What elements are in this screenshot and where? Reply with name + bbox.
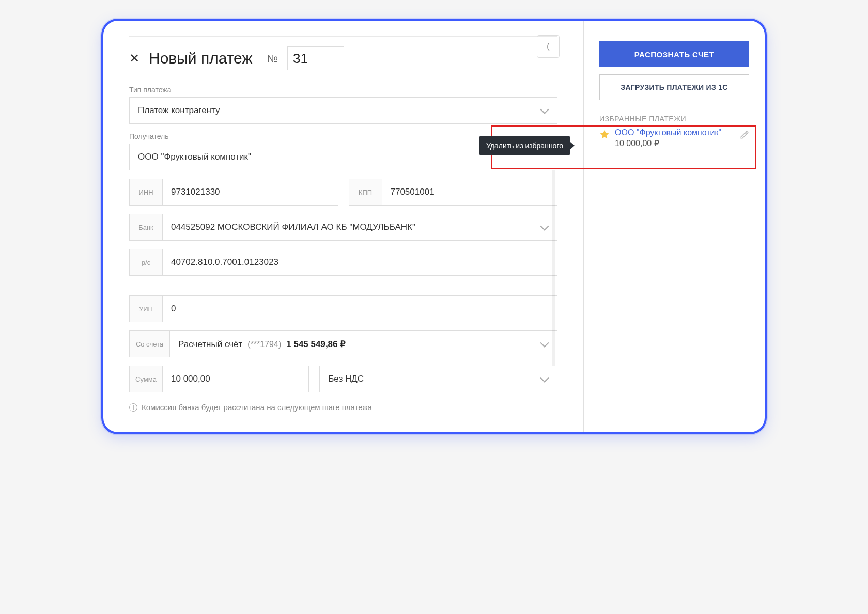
pencil-icon[interactable] — [740, 130, 749, 139]
star-icon[interactable] — [599, 129, 610, 139]
rs-prefix: р/с — [130, 249, 163, 275]
bank-field[interactable]: Банк 044525092 МОСКОВСКИЙ ФИЛИАЛ АО КБ "… — [129, 214, 557, 241]
inn-kpp-row: ИНН КПП — [129, 179, 557, 206]
payment-type-label: Тип платежа — [129, 86, 557, 94]
amount-field[interactable]: Сумма — [129, 366, 309, 392]
account-mask: (***1794) — [247, 340, 281, 349]
uip-field[interactable]: УИП — [129, 295, 557, 322]
main-panel: ( ✕ Новый платеж № Тип платежа Платеж ко… — [103, 21, 584, 432]
page-title: Новый платеж — [149, 50, 253, 67]
commission-text: Комиссия банка будет рассчитана на следу… — [142, 403, 372, 412]
amount-vat-row: Сумма Без НДС — [129, 366, 557, 392]
uip-prefix: УИП — [130, 296, 163, 322]
from-account-prefix: Со счета — [130, 331, 170, 357]
payment-type-group: Тип платежа Платеж контрагенту — [129, 86, 557, 124]
inn-field[interactable]: ИНН — [129, 179, 338, 206]
amount-prefix: Сумма — [130, 366, 163, 392]
sidebar: РАСПОЗНАТЬ СЧЕТ ЗАГРУЗИТЬ ПЛАТЕЖИ ИЗ 1С … — [584, 21, 765, 432]
favorite-payment-item[interactable]: ООО "Фруктовый компотик" 10 000,00 ₽ — [599, 128, 749, 148]
payment-type-value: Платеж контрагенту — [138, 105, 220, 116]
from-account-select[interactable]: Расчетный счёт (***1794) 1 545 549,86 ₽ — [170, 331, 557, 357]
vat-value: Без НДС — [328, 374, 364, 384]
favorite-amount: 10 000,00 ₽ — [615, 138, 735, 148]
inn-input[interactable] — [163, 179, 338, 205]
recognize-invoice-button[interactable]: РАСПОЗНАТЬ СЧЕТ — [599, 41, 749, 67]
payment-number-input[interactable] — [287, 46, 344, 70]
inn-prefix: ИНН — [130, 179, 163, 205]
kpp-prefix: КПП — [349, 179, 382, 205]
account-name: Расчетный счёт — [178, 339, 242, 350]
kpp-field[interactable]: КПП — [349, 179, 558, 206]
payment-card: ( ✕ Новый платеж № Тип платежа Платеж ко… — [103, 21, 765, 432]
amount-input[interactable] — [163, 366, 308, 392]
recipient-value: ООО "Фруктовый компотик" — [138, 152, 251, 162]
favorite-name: ООО "Фруктовый компотик" — [615, 128, 735, 137]
load-from-1c-button[interactable]: ЗАГРУЗИТЬ ПЛАТЕЖИ ИЗ 1С — [599, 74, 749, 100]
header-row: ✕ Новый платеж № — [129, 46, 557, 70]
uip-input[interactable] — [163, 296, 557, 322]
remove-favorite-tooltip: Удалить из избранного — [479, 136, 570, 155]
number-label: № — [267, 53, 278, 65]
vat-select[interactable]: Без НДС — [319, 366, 557, 392]
commission-info: i Комиссия банка будет рассчитана на сле… — [129, 403, 557, 412]
account-balance: 1 545 549,86 ₽ — [286, 339, 346, 350]
from-account-field[interactable]: Со счета Расчетный счёт (***1794) 1 545 … — [129, 330, 557, 357]
kpp-input[interactable] — [382, 179, 557, 205]
rs-field[interactable]: р/с — [129, 249, 557, 276]
header-status-box: ( — [537, 35, 560, 58]
from-account-value: Расчетный счёт (***1794) 1 545 549,86 ₽ — [178, 339, 346, 350]
payment-form: Тип платежа Платеж контрагенту Получател… — [129, 86, 557, 412]
rs-input[interactable] — [163, 249, 557, 275]
bank-prefix: Банк — [130, 214, 163, 240]
favorites-heading: ИЗБРАННЫЕ ПЛАТЕЖИ — [599, 115, 749, 123]
spacer — [129, 284, 557, 287]
bank-select[interactable]: 044525092 МОСКОВСКИЙ ФИЛИАЛ АО КБ "МОДУЛ… — [163, 214, 557, 240]
info-icon: i — [129, 403, 137, 412]
bank-value: 044525092 МОСКОВСКИЙ ФИЛИАЛ АО КБ "МОДУЛ… — [171, 222, 415, 232]
close-icon[interactable]: ✕ — [129, 51, 140, 66]
favorite-body: ООО "Фруктовый компотик" 10 000,00 ₽ — [615, 128, 735, 148]
payment-type-select[interactable]: Платеж контрагенту — [129, 97, 557, 124]
